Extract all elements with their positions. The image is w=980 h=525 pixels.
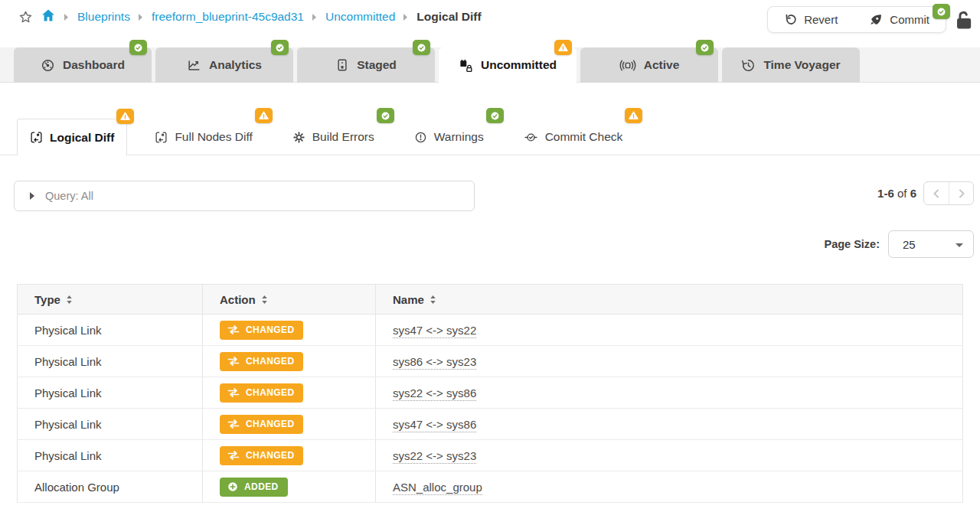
chevron-right-icon: [959, 189, 965, 198]
gear-error-icon: [292, 131, 305, 144]
pager-buttons: [923, 181, 974, 205]
pagination-range: 1-6: [877, 187, 894, 200]
tab-status-badge: [696, 40, 714, 55]
breadcrumb-blueprint-name[interactable]: freeform_blueprint-45c9ad31: [152, 10, 304, 24]
tab-analytics[interactable]: Analytics: [155, 47, 293, 83]
subtab-label: Commit Check: [545, 130, 623, 144]
tab-label: Uncommitted: [481, 58, 557, 72]
page-size-label: Page Size:: [824, 238, 880, 250]
diff-icon: [155, 131, 168, 144]
diff-name-link[interactable]: sys86 <-> sys23: [393, 355, 476, 370]
commit-label: Commit: [890, 13, 929, 26]
table-header-row: Type Action Name: [18, 285, 963, 315]
diff-name-link[interactable]: sys22 <-> sys86: [393, 386, 476, 401]
breadcrumb-separator-icon: [138, 13, 144, 21]
subtab-status-badge: [116, 109, 134, 124]
action-badge: ADDED: [220, 478, 288, 497]
subtab-label: Logical Diff: [50, 131, 114, 145]
pagination-text: 1-6 of 6: [877, 187, 916, 200]
page-size-select[interactable]: 25: [888, 230, 974, 258]
undo-icon: [784, 13, 797, 26]
tab-status-badge: [271, 40, 289, 55]
diff-name-link[interactable]: sys47 <-> sys22: [393, 324, 476, 338]
plus-circle-icon: [227, 481, 238, 492]
breadcrumb-uncommitted[interactable]: Uncommitted: [325, 10, 395, 24]
chevron-left-icon: [933, 189, 939, 198]
cell-type: Physical Link: [18, 377, 203, 409]
subtab-status-badge: [486, 108, 504, 123]
swap-arrows-icon: [227, 325, 240, 334]
line-chart-icon: [187, 58, 201, 73]
pagination: 1-6 of 6: [877, 181, 974, 205]
swap-arrows-icon: [227, 357, 240, 366]
breadcrumb: Blueprints freeform_blueprint-45c9ad31 U…: [0, 0, 980, 34]
rocket-icon: [870, 13, 883, 26]
sort-icon[interactable]: [261, 295, 268, 305]
action-badge: CHANGED: [220, 415, 303, 434]
column-header-action[interactable]: Action: [203, 285, 376, 315]
tab-label: Dashboard: [63, 58, 125, 72]
table-row: Physical Link CHANGED sys47 <-> sys22: [18, 315, 963, 346]
home-icon[interactable]: [41, 8, 56, 26]
breadcrumb-separator-icon: [64, 13, 70, 21]
page-size-row: Page Size: 25: [0, 230, 974, 258]
tab-uncommitted[interactable]: Uncommitted: [439, 47, 577, 83]
gauge-icon: [41, 58, 55, 73]
column-header-name[interactable]: Name: [376, 285, 963, 315]
favorite-star-icon[interactable]: [18, 10, 33, 24]
cell-type: Physical Link: [18, 346, 203, 377]
subtab-label: Warnings: [434, 130, 484, 144]
cell-type: Physical Link: [18, 440, 203, 471]
subtab-warnings[interactable]: Warnings: [402, 119, 496, 155]
tab-status-badge: [554, 40, 572, 55]
subtab-logical-diff[interactable]: Logical Diff: [17, 119, 127, 155]
breadcrumb-separator-icon: [312, 13, 318, 21]
sort-icon[interactable]: [430, 295, 436, 305]
prev-page-button[interactable]: [924, 182, 949, 204]
diff-name-link[interactable]: sys22 <-> sys23: [393, 449, 476, 464]
next-page-button[interactable]: [949, 182, 973, 204]
diff-name-link[interactable]: sys47 <-> sys86: [393, 418, 476, 432]
subtab-commit-check[interactable]: Commit Check: [511, 119, 635, 155]
page-size-value: 25: [903, 238, 916, 251]
tab-time-voyager[interactable]: Time Voyager: [722, 47, 860, 83]
table-row: Allocation Group ADDED ASN_alloc_group: [18, 471, 963, 503]
lock-status-badge: [933, 4, 950, 19]
breadcrumb-blueprints[interactable]: Blueprints: [77, 10, 130, 24]
unlock-icon: [952, 9, 975, 31]
table-row: Physical Link CHANGED sys47 <-> sys86: [18, 409, 963, 440]
commit-check-icon: [524, 131, 538, 144]
subtab-full-nodes-diff[interactable]: Full Nodes Diff: [142, 119, 264, 155]
table-row: Physical Link CHANGED sys86 <-> sys23: [18, 346, 963, 377]
breadcrumb-current-page: Logical Diff: [416, 10, 481, 24]
tab-staged[interactable]: Staged: [297, 47, 435, 83]
column-header-type[interactable]: Type: [18, 285, 203, 315]
cell-type: Physical Link: [18, 315, 203, 346]
chevron-down-icon: [956, 243, 963, 247]
pagination-total: 6: [910, 187, 916, 200]
action-badge: CHANGED: [220, 383, 303, 403]
tab-status-badge: [413, 40, 430, 55]
tab-label: Time Voyager: [763, 58, 840, 72]
subtab-build-errors[interactable]: Build Errors: [280, 119, 387, 155]
query-label: Query: All: [45, 190, 93, 202]
subtab-status-badge: [625, 108, 642, 123]
tab-status-badge: [129, 40, 147, 55]
query-expander[interactable]: Query: All: [14, 181, 475, 211]
uncommitted-lock-icon: [459, 58, 473, 73]
tab-active[interactable]: Active: [580, 47, 718, 83]
subtab-status-badge: [377, 108, 394, 123]
blueprint-lock[interactable]: [952, 9, 975, 32]
logical-diff-table: Type Action Name Physical Link CHANGED s…: [17, 284, 963, 503]
warning-circle-icon: [414, 131, 427, 144]
revert-button[interactable]: Revert: [768, 7, 854, 32]
tab-dashboard[interactable]: Dashboard: [14, 47, 152, 83]
table-row: Physical Link CHANGED sys22 <-> sys86: [18, 377, 963, 409]
action-badge: CHANGED: [220, 352, 303, 371]
diff-name-link[interactable]: ASN_alloc_group: [393, 481, 482, 495]
controls-row: Query: All 1-6 of 6: [14, 181, 974, 211]
sort-icon[interactable]: [66, 295, 73, 305]
tab-label: Staged: [357, 58, 397, 72]
cell-type: Allocation Group: [18, 471, 203, 503]
history-clock-icon: [741, 58, 756, 73]
